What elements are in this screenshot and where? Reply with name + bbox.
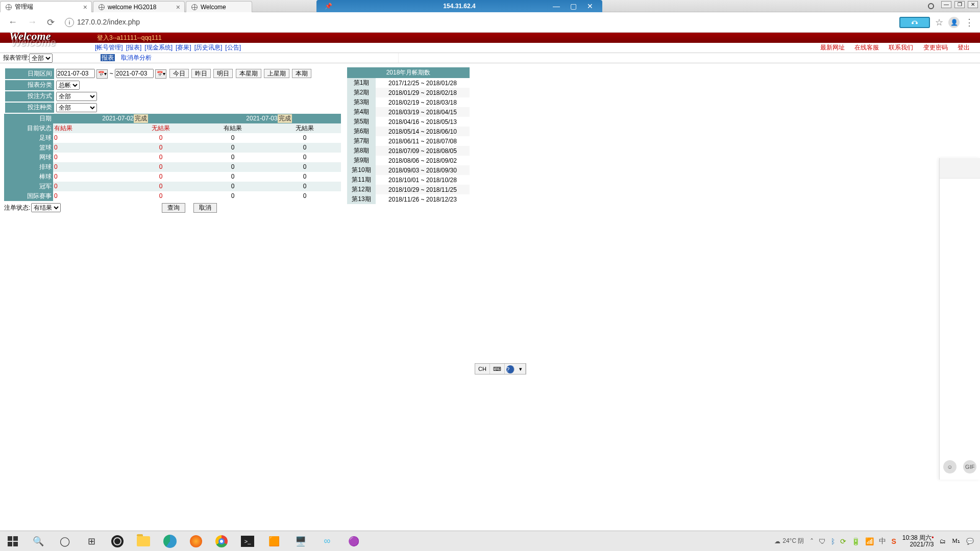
- sublink-report[interactable]: 报表: [101, 54, 115, 61]
- sport-row-label: 篮球: [4, 143, 53, 153]
- terminal-icon[interactable]: >_: [241, 536, 254, 547]
- tab-admin[interactable]: 管理端×: [0, 1, 92, 12]
- explorer-icon[interactable]: [137, 536, 150, 546]
- status-none-2: 无結果: [269, 123, 341, 133]
- period-range: 2018/10/29 ~ 2018/11/25: [376, 185, 470, 194]
- edge-icon[interactable]: [163, 535, 177, 548]
- emoji-icon[interactable]: ☺: [943, 460, 957, 473]
- period-num: 第6期: [347, 127, 376, 136]
- clock[interactable]: 10:38 周六• 2021/7/3: [902, 535, 934, 548]
- back-icon[interactable]: ←: [6, 16, 19, 29]
- cell: 0: [269, 162, 341, 172]
- date-to-input[interactable]: [115, 69, 154, 78]
- menu-report[interactable]: [报表]: [126, 43, 142, 52]
- chrome-icon[interactable]: [215, 535, 228, 547]
- cell: 0: [197, 133, 269, 143]
- welcome-logo: WelcomeWelcome: [9, 32, 51, 41]
- ime-tray-icon[interactable]: 中: [879, 537, 886, 546]
- app-icon[interactable]: 🟣: [347, 535, 360, 548]
- sublink-cancel-analysis[interactable]: 取消单分析: [121, 54, 152, 61]
- menu-icon[interactable]: ⋮: [965, 17, 974, 28]
- notifications-icon[interactable]: 💬: [966, 538, 974, 545]
- status-has-2: 有結果: [197, 123, 269, 133]
- date-from-input[interactable]: [56, 69, 95, 78]
- info-icon[interactable]: i: [65, 18, 74, 27]
- os-close-icon[interactable]: ✕: [968, 1, 978, 8]
- close-icon[interactable]: ✕: [587, 2, 593, 10]
- tab-label: welcome HG2018: [108, 4, 156, 11]
- sync-icon[interactable]: ⟳: [840, 537, 846, 545]
- menu-history[interactable]: [历史讯息]: [194, 43, 223, 52]
- os-minimize-icon[interactable]: —: [941, 1, 951, 8]
- tab-welcome-hg[interactable]: welcome HG2018×: [93, 1, 185, 12]
- status-header: 目前状态: [4, 123, 53, 133]
- link-newest-url[interactable]: 最新网址: [820, 44, 845, 51]
- cancel-button[interactable]: 取消: [193, 203, 217, 213]
- bluetooth-icon[interactable]: ᛒ: [831, 537, 835, 545]
- link-contact[interactable]: 联系我们: [889, 44, 913, 51]
- menu-results[interactable]: [赛果]: [176, 43, 191, 52]
- url-field[interactable]: i127.0.0.2/index.php: [63, 18, 893, 27]
- extension-button[interactable]: [899, 17, 930, 28]
- close-icon[interactable]: ×: [176, 3, 180, 11]
- menu-account[interactable]: [帐号管理]: [95, 43, 123, 52]
- menu-notice[interactable]: [公告]: [225, 43, 241, 52]
- filter-table: 日期区间 📅▾ ~ 📅▾ 今日 昨日 明日 本星期 上星期 本期 报表分类总帐 …: [4, 67, 313, 114]
- tray-app-icon[interactable]: M₁: [952, 537, 960, 545]
- start-icon[interactable]: [7, 536, 18, 547]
- btn-yesterday[interactable]: 昨日: [191, 69, 211, 78]
- bookmark-icon[interactable]: ☆: [935, 17, 943, 28]
- type-select[interactable]: 全部: [56, 103, 97, 112]
- cell: 0: [53, 143, 125, 153]
- maximize-icon[interactable]: ▢: [570, 2, 577, 10]
- minimize-icon[interactable]: —: [553, 2, 560, 10]
- tab-label: Welcome: [201, 4, 226, 11]
- ticket-status-select[interactable]: 有结果: [31, 203, 61, 212]
- btn-this-week[interactable]: 本星期: [236, 69, 261, 78]
- os-maximize-icon[interactable]: ❐: [954, 1, 965, 8]
- calendar-icon[interactable]: 📅▾: [155, 69, 166, 79]
- battery-icon[interactable]: 🔋: [851, 537, 860, 545]
- profile-icon[interactable]: 👤: [948, 17, 960, 28]
- gif-icon[interactable]: GIF: [963, 460, 976, 473]
- address-bar: ← → ⟳ i127.0.0.2/index.php ☆ 👤 ⋮: [0, 12, 980, 33]
- app-icon[interactable]: 🖥️: [294, 535, 307, 548]
- cortana-icon[interactable]: ◯: [58, 535, 71, 548]
- taskview-icon[interactable]: ⊞: [85, 535, 98, 548]
- cloud-app-icon[interactable]: ∞: [321, 535, 334, 548]
- menu-cash[interactable]: [现金系统]: [144, 43, 173, 52]
- ime-dropdown-icon[interactable]: ▾: [516, 364, 526, 374]
- ime-keyboard-icon[interactable]: ⌨: [490, 364, 505, 374]
- pin-icon[interactable]: 📌: [325, 3, 332, 10]
- link-support[interactable]: 在线客服: [854, 44, 879, 51]
- app-icon[interactable]: 🟧: [267, 535, 281, 548]
- btn-last-week[interactable]: 上星期: [264, 69, 289, 78]
- btn-today[interactable]: 今日: [169, 69, 189, 78]
- close-icon[interactable]: ×: [83, 3, 87, 11]
- ime-bar[interactable]: CH ⌨ ? ▾: [475, 363, 526, 374]
- chevron-up-icon[interactable]: ˄: [810, 537, 814, 545]
- shield-icon[interactable]: 🛡: [819, 537, 826, 545]
- cell: 0: [197, 162, 269, 172]
- wifi-icon[interactable]: 📶: [865, 537, 874, 545]
- search-icon[interactable]: 🔍: [32, 535, 45, 548]
- firefox-icon[interactable]: [190, 535, 202, 547]
- ime-help-icon[interactable]: ?: [506, 365, 514, 373]
- calendar-icon[interactable]: 📅▾: [96, 69, 108, 79]
- tray-app-icon[interactable]: 🗂: [940, 538, 946, 545]
- tab-welcome[interactable]: Welcome: [186, 1, 252, 12]
- btn-tomorrow[interactable]: 明日: [213, 69, 233, 78]
- method-select[interactable]: 全部: [56, 92, 97, 101]
- ime-lang[interactable]: CH: [475, 364, 490, 374]
- category-select[interactable]: 总帐: [56, 81, 80, 90]
- query-button[interactable]: 查询: [162, 203, 185, 213]
- weather-widget[interactable]: ☁24°C 阴: [774, 537, 804, 545]
- btn-this-period[interactable]: 本期: [292, 69, 311, 78]
- sogou-icon[interactable]: S: [891, 537, 896, 545]
- reload-icon[interactable]: ⟳: [45, 16, 57, 29]
- report-mgmt-select[interactable]: 全部: [29, 54, 53, 63]
- link-change-pw[interactable]: 变更密码: [923, 44, 948, 51]
- link-logout[interactable]: 登出: [958, 44, 970, 51]
- target-icon[interactable]: [928, 3, 934, 9]
- obs-icon[interactable]: [111, 535, 124, 547]
